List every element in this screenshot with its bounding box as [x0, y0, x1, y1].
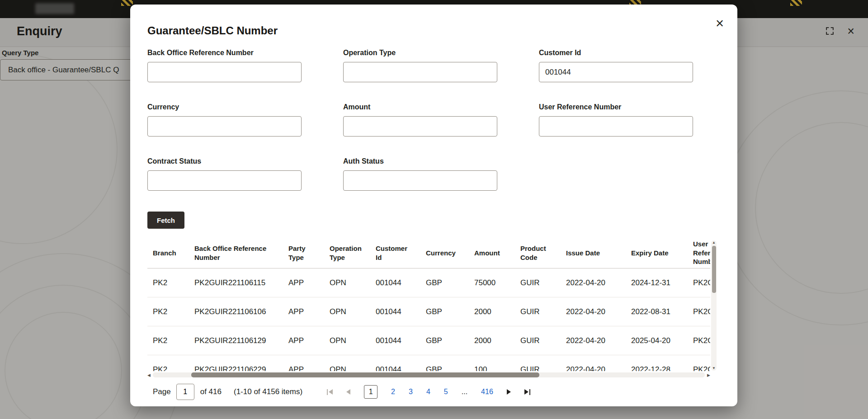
user-reference-number-input[interactable]: [539, 116, 693, 137]
table-cell: OPN: [324, 336, 370, 345]
column-header: Currency: [420, 249, 469, 258]
table-cell: GBP: [420, 336, 469, 345]
field-operation-type: Operation Type: [343, 49, 497, 82]
column-header: Party Type: [283, 244, 324, 262]
page-link-4[interactable]: 4: [426, 388, 430, 396]
column-header: Branch: [147, 249, 189, 258]
pagination: Page of 416 (1-10 of 4156 items) 1 2 3 4…: [147, 384, 720, 400]
page-link-2[interactable]: 2: [391, 388, 395, 396]
field-amount: Amount: [343, 103, 497, 137]
table-body: PK2PK2GUIR221106115APPOPN001044GBP75000G…: [147, 268, 710, 371]
table-row[interactable]: PK2PK2GUIR221106129APPOPN001044GBP2000GU…: [147, 326, 710, 355]
page-label: Page: [153, 387, 171, 396]
table-cell: 001044: [370, 307, 420, 316]
column-header: Back Office Reference Number: [189, 244, 283, 262]
table-header-row: BranchBack Office Reference NumberParty …: [147, 238, 710, 268]
table-cell: OPN: [324, 278, 370, 287]
modal-close-icon[interactable]: ×: [713, 15, 726, 31]
column-header: User Reference Number: [688, 240, 710, 266]
table-cell: PK2: [147, 365, 189, 372]
table-cell: PK2GUIR221106129: [688, 336, 710, 345]
field-label: Back Office Reference Number: [147, 49, 302, 59]
auth-status-input[interactable]: [343, 170, 497, 191]
table-cell: PK2: [147, 307, 189, 316]
field-currency: Currency: [147, 103, 302, 137]
scroll-left-icon[interactable]: ◀: [147, 373, 151, 377]
scroll-right-icon[interactable]: ▶: [707, 373, 710, 377]
currency-input[interactable]: [147, 116, 302, 137]
table-cell: 2022-04-20: [561, 336, 626, 345]
table-cell: OPN: [324, 307, 370, 316]
table-cell: GBP: [420, 365, 469, 372]
prev-page-icon[interactable]: [346, 389, 350, 395]
scroll-up-icon[interactable]: ▲: [712, 240, 716, 245]
field-user-reference-number: User Reference Number: [539, 103, 693, 137]
operation-type-input[interactable]: [343, 62, 497, 82]
table-row[interactable]: PK2PK2GUIR221106229APPOPN001044GBP100GUI…: [147, 355, 710, 371]
fetch-button[interactable]: Fetch: [147, 212, 184, 229]
contract-status-input[interactable]: [147, 170, 302, 191]
table-cell: 001044: [370, 336, 420, 345]
table-cell: PK2: [147, 278, 189, 287]
column-header: Product Code: [515, 244, 561, 262]
table-row[interactable]: PK2PK2GUIR221106106APPOPN001044GBP2000GU…: [147, 297, 710, 326]
items-range-label: (1-10 of 4156 items): [234, 387, 302, 396]
field-label: Contract Status: [147, 157, 302, 167]
horizontal-scrollbar-thumb[interactable]: [191, 372, 539, 377]
page-number-input[interactable]: [176, 384, 194, 400]
next-page-icon[interactable]: [507, 389, 511, 395]
query-form: Back Office Reference Number Operation T…: [147, 49, 720, 191]
table-cell: 2022-04-20: [561, 365, 626, 372]
horizontal-scrollbar-track[interactable]: [153, 372, 705, 377]
table-cell: PK2GUIR221106229: [189, 365, 283, 372]
field-label: Auth Status: [343, 157, 497, 167]
results-table: BranchBack Office Reference NumberParty …: [147, 238, 720, 378]
column-header: Expiry Date: [626, 249, 688, 258]
page-total-label: of 416: [200, 387, 222, 396]
table-cell: APP: [283, 307, 324, 316]
page-link-3[interactable]: 3: [409, 388, 413, 396]
table-cell: 100: [469, 365, 515, 372]
table-row[interactable]: PK2PK2GUIR221106115APPOPN001044GBP75000G…: [147, 268, 710, 297]
table-cell: APP: [283, 278, 324, 287]
table-cell: PK2GUIR221106129: [189, 336, 283, 345]
scroll-down-icon[interactable]: ▼: [712, 366, 716, 370]
table-cell: PK2GUIR221106115: [189, 278, 283, 287]
first-page-icon[interactable]: [327, 389, 333, 395]
column-header: Customer Id: [370, 244, 420, 262]
table-cell: PK2GUIR221106229: [688, 365, 710, 372]
current-page[interactable]: 1: [364, 385, 377, 399]
table-cell: PK2GUIR221106106: [189, 307, 283, 316]
table-cell: 2000: [469, 336, 515, 345]
page-link-5[interactable]: 5: [444, 388, 448, 396]
table-horizontal-scrollbar[interactable]: ◀ ▶: [147, 372, 710, 378]
table-cell: 2022-04-20: [561, 307, 626, 316]
pagination-ellipsis: ...: [462, 388, 467, 396]
field-label: Amount: [343, 103, 497, 113]
page-link-416[interactable]: 416: [481, 388, 493, 396]
last-page-icon[interactable]: [524, 389, 530, 395]
table-cell: 75000: [469, 278, 515, 287]
field-label: Customer Id: [539, 49, 693, 59]
amount-input[interactable]: [343, 116, 497, 137]
vertical-scrollbar-thumb[interactable]: [712, 246, 716, 293]
table-cell: PK2: [147, 336, 189, 345]
table-cell: OPN: [324, 365, 370, 372]
back-office-reference-number-input[interactable]: [147, 62, 302, 82]
field-customer-id: Customer Id: [539, 49, 693, 82]
table-cell: GUIR: [515, 336, 561, 345]
pagination-controls: 1 2 3 4 5 ... 416: [327, 385, 530, 399]
customer-id-input[interactable]: [539, 62, 693, 82]
table-cell: APP: [283, 365, 324, 372]
column-header: Issue Date: [561, 249, 626, 258]
table-vertical-scrollbar[interactable]: ▲ ▼: [711, 240, 717, 371]
table-cell: 2022-04-20: [561, 278, 626, 287]
field-label: User Reference Number: [539, 103, 693, 113]
column-header: Amount: [469, 249, 515, 258]
table-cell: 2025-04-20: [626, 336, 688, 345]
table-cell: 2024-12-31: [626, 278, 688, 287]
table-cell: GBP: [420, 307, 469, 316]
table-cell: GUIR: [515, 365, 561, 372]
table-cell: PK2GUIR221106106: [688, 307, 710, 316]
modal-title: Guarantee/SBLC Number: [147, 24, 720, 37]
